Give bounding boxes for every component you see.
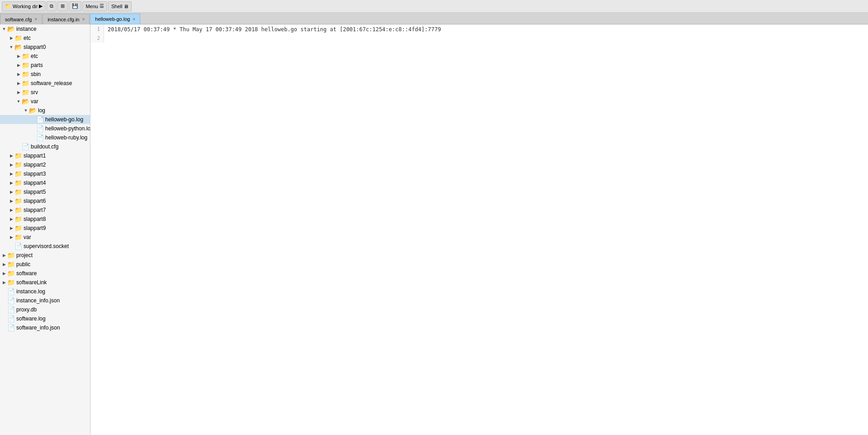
tree-toggle-icon: ▶ bbox=[8, 153, 14, 158]
tree-item-software-info-json[interactable]: 📄software_info.json bbox=[0, 323, 90, 332]
save-icon: 💾 bbox=[72, 3, 78, 9]
tree-item-proxy-db[interactable]: 📄proxy.db bbox=[0, 305, 90, 314]
menu-icon: ☰ bbox=[100, 3, 104, 9]
tree-item-label: slappart4 bbox=[24, 180, 46, 186]
tree-item-slappart1[interactable]: ▶📁slappart1 bbox=[0, 151, 90, 160]
tree-item-label: softwareLink bbox=[16, 279, 47, 286]
tree-item-supervisord-socket[interactable]: 📄supervisord.socket bbox=[0, 242, 90, 251]
grid-button[interactable]: ⊞ bbox=[57, 1, 68, 11]
tree-item-label: slappart2 bbox=[24, 162, 46, 168]
folder-icon: 📂 bbox=[7, 25, 15, 33]
file-tree: ▼📂instance▶📁etc▼📂slappart0▶📁etc▶📁parts▶📁… bbox=[0, 24, 90, 435]
tree-item-instance[interactable]: ▼📂instance bbox=[0, 24, 90, 33]
tree-toggle-icon: ▼ bbox=[1, 27, 7, 31]
tree-item-instance-info-json[interactable]: 📄instance_info.json bbox=[0, 296, 90, 305]
tree-item-label: public bbox=[16, 261, 30, 268]
tab-close-icon[interactable]: × bbox=[133, 17, 135, 22]
tree-item-slappart6[interactable]: ▶📁slappart6 bbox=[0, 196, 90, 206]
tree-item-slappart0[interactable]: ▼📂slappart0 bbox=[0, 43, 90, 52]
folder-icon: 📁 bbox=[22, 71, 29, 78]
folder-icon: 📁 bbox=[14, 34, 22, 42]
tree-item-etc[interactable]: ▶📁etc bbox=[0, 33, 90, 43]
tree-item-software[interactable]: ▶📁software bbox=[0, 269, 90, 278]
tree-item-label: parts bbox=[31, 62, 43, 68]
tree-toggle-icon: ▶ bbox=[1, 280, 7, 285]
tree-item-slappart0-var[interactable]: ▼📂var bbox=[0, 97, 90, 106]
tree-item-slappart9[interactable]: ▶📁slappart9 bbox=[0, 224, 90, 233]
tree-item-instance-log[interactable]: 📄instance.log bbox=[0, 287, 90, 296]
tab-instance-cfg-in[interactable]: instance.cfg.in× bbox=[43, 14, 90, 24]
folder-icon: 📁 bbox=[22, 89, 29, 96]
tree-item-slappart3[interactable]: ▶📁slappart3 bbox=[0, 169, 90, 178]
tree-item-label: software_release bbox=[31, 80, 72, 86]
tree-item-helloweb-python-log[interactable]: 📄helloweb-python.log bbox=[0, 124, 90, 133]
tree-item-label: proxy.db bbox=[16, 306, 37, 313]
tree-item-slappart0-var-log[interactable]: ▼📂log bbox=[0, 106, 90, 115]
copy-icon: ⧉ bbox=[50, 3, 53, 9]
folder-icon: 📁 bbox=[14, 225, 22, 232]
tree-toggle-icon: ▶ bbox=[15, 63, 22, 67]
tab-software-cfg[interactable]: software.cfg× bbox=[0, 14, 42, 24]
tree-item-helloweb-ruby-log[interactable]: 📄helloweb-ruby.log bbox=[0, 133, 90, 142]
tree-item-slappart7[interactable]: ▶📁slappart7 bbox=[0, 206, 90, 215]
shell-button[interactable]: Shell 🖥 bbox=[108, 1, 132, 11]
tree-toggle-icon: ▶ bbox=[8, 235, 14, 239]
tree-item-software-log[interactable]: 📄software.log bbox=[0, 314, 90, 323]
tree-item-slappart2[interactable]: ▶📁slappart2 bbox=[0, 160, 90, 169]
tree-item-slappart4[interactable]: ▶📁slappart4 bbox=[0, 178, 90, 187]
tab-close-icon[interactable]: × bbox=[82, 17, 85, 22]
folder-icon: 📁 bbox=[22, 80, 29, 87]
folder-icon: 📂 bbox=[29, 107, 37, 114]
tree-toggle-icon: ▶ bbox=[15, 54, 22, 58]
tree-toggle-icon: ▶ bbox=[8, 199, 14, 203]
folder-icon: 📁 bbox=[14, 152, 22, 159]
tree-item-label: instance.log bbox=[16, 288, 45, 295]
tree-item-label: sbin bbox=[31, 71, 41, 77]
tree-toggle-icon: ▶ bbox=[1, 262, 7, 267]
copy-button[interactable]: ⧉ bbox=[47, 1, 57, 11]
tree-item-label: log bbox=[38, 107, 45, 114]
tree-item-label: software bbox=[16, 270, 37, 277]
tree-toggle-icon: ▶ bbox=[8, 36, 14, 40]
tree-item-label: var bbox=[24, 234, 31, 240]
tree-item-slappart5[interactable]: ▶📁slappart5 bbox=[0, 187, 90, 196]
tree-toggle-icon: ▶ bbox=[8, 208, 14, 212]
tree-item-helloweb-go-log[interactable]: 📄helloweb-go.log bbox=[0, 115, 90, 124]
folder-icon: 📁 bbox=[14, 188, 22, 196]
file-icon: 📄 bbox=[7, 297, 15, 304]
tree-item-slappart0-parts[interactable]: ▶📁parts bbox=[0, 61, 90, 70]
folder-icon: 📂 bbox=[14, 43, 22, 51]
tree-item-project[interactable]: ▶📁project bbox=[0, 251, 90, 260]
tree-item-public[interactable]: ▶📁public bbox=[0, 260, 90, 269]
tab-bar: software.cfg×instance.cfg.in×helloweb-go… bbox=[0, 13, 868, 24]
tree-item-label: slappart6 bbox=[24, 198, 46, 204]
tree-item-slappart0-etc[interactable]: ▶📁etc bbox=[0, 52, 90, 61]
tree-item-label: slappart8 bbox=[24, 216, 46, 222]
folder-icon: 📁 bbox=[22, 53, 29, 60]
file-icon: 📄 bbox=[7, 324, 15, 331]
tree-item-slappart0-srv[interactable]: ▶📁srv bbox=[0, 88, 90, 97]
tree-item-slappart0-buildout[interactable]: 📄buildout.cfg bbox=[0, 142, 90, 151]
editor-line: 2 bbox=[90, 33, 868, 43]
file-icon: 📄 bbox=[22, 143, 29, 150]
tree-item-slappart0-sbin[interactable]: ▶📁sbin bbox=[0, 70, 90, 79]
folder-icon: 📁 bbox=[7, 252, 15, 259]
tree-item-slappart8[interactable]: ▶📁slappart8 bbox=[0, 215, 90, 224]
tab-helloweb-go-log[interactable]: helloweb-go.log× bbox=[90, 14, 140, 24]
menu-button[interactable]: Menu ☰ bbox=[82, 1, 107, 11]
tree-item-label: srv bbox=[31, 89, 38, 96]
working-dir-button[interactable]: 📁 Working dir ▶ bbox=[2, 1, 46, 11]
save-button[interactable]: 💾 bbox=[69, 1, 81, 11]
grid-icon: ⊞ bbox=[61, 3, 65, 9]
tree-item-label: slappart0 bbox=[24, 44, 46, 50]
tree-toggle-icon: ▶ bbox=[8, 163, 14, 167]
tree-item-softwareLink[interactable]: ▶📁softwareLink bbox=[0, 278, 90, 287]
tree-item-label: helloweb-go.log bbox=[45, 116, 83, 123]
folder-icon: 📂 bbox=[22, 98, 29, 105]
tree-item-instance-var[interactable]: ▶📁var bbox=[0, 233, 90, 242]
tab-close-icon[interactable]: × bbox=[34, 17, 37, 22]
tree-toggle-icon: ▼ bbox=[23, 108, 29, 113]
tree-item-label: slappart1 bbox=[24, 153, 46, 159]
folder-icon: 📁 bbox=[7, 279, 15, 286]
tree-item-slappart0-software_release[interactable]: ▶📁software_release bbox=[0, 79, 90, 88]
